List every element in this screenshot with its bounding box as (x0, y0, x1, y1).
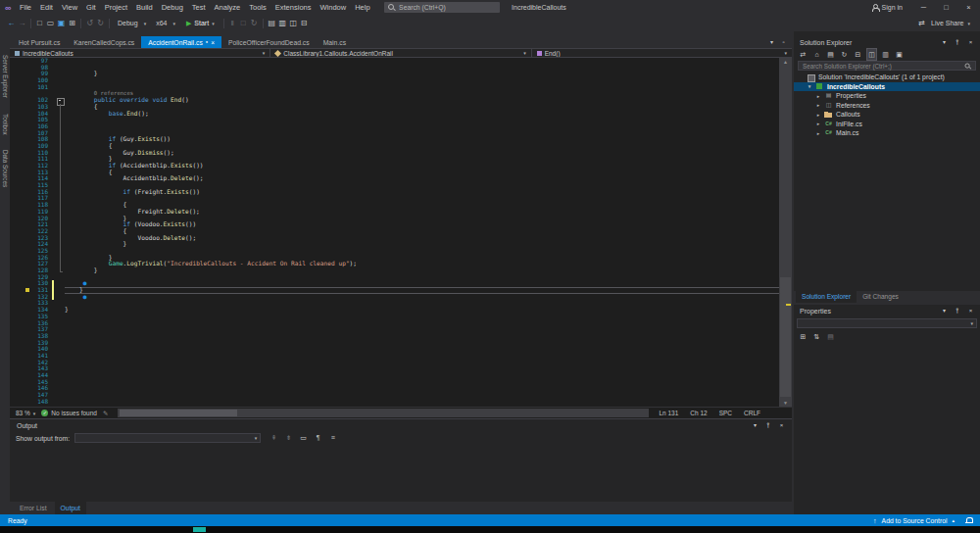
code-row[interactable]: 104 base.End(); (10, 111, 779, 118)
code-row[interactable]: 129 (10, 274, 779, 281)
member-dropdown[interactable]: End() ▾ (532, 49, 792, 57)
taskbar-app-indicator[interactable] (193, 527, 206, 532)
menu-item-project[interactable]: Project (100, 3, 131, 12)
edit-icon[interactable]: ✎ (103, 410, 108, 417)
platform-dropdown[interactable]: x64 ▾ (151, 20, 180, 26)
bookmark-icon[interactable]: ◫ (288, 16, 299, 31)
breakpoint-margin[interactable] (10, 90, 31, 97)
vertical-scrollbar[interactable]: ▲ ▼ (779, 58, 792, 407)
scroll-up-icon[interactable]: ▲ (779, 58, 792, 66)
scrollbar-thumb[interactable] (780, 277, 791, 397)
bottom-tab-output[interactable]: Output (55, 502, 86, 514)
breakpoint-margin[interactable] (10, 261, 31, 267)
breakpoint-margin[interactable] (10, 320, 31, 327)
breakpoint-margin[interactable] (10, 248, 31, 255)
breakpoint-margin[interactable] (10, 399, 31, 406)
tree-item-references[interactable]: ▸◫References (794, 101, 980, 111)
code-row[interactable]: 116 if (Freight.Exists()) (10, 189, 779, 196)
breakpoint-margin[interactable] (10, 111, 31, 118)
bottom-tab-error-list[interactable]: Error List (14, 502, 53, 514)
breakpoint-margin[interactable] (10, 392, 31, 399)
menu-item-test[interactable]: Test (187, 3, 210, 12)
breakpoint-margin[interactable] (10, 202, 31, 209)
breakpoint-margin[interactable] (10, 150, 31, 157)
minimize-button[interactable]: ─ (912, 0, 935, 15)
breakpoint-margin[interactable] (10, 287, 31, 294)
breakpoint-margin[interactable] (10, 117, 31, 123)
breakpoint-margin[interactable] (10, 84, 31, 91)
notifications-bell-icon[interactable] (965, 517, 972, 524)
code-row[interactable]: 128 } (10, 267, 779, 274)
side-tab-data-sources[interactable]: Data Sources (2, 150, 9, 187)
code-row[interactable]: 108 if (Guy.Exists()) (10, 136, 779, 143)
breakpoint-margin[interactable] (10, 346, 31, 353)
code-row[interactable]: 134} (10, 307, 779, 314)
code-editor[interactable]: 979899 }100101 0 references102 public ov… (10, 58, 792, 407)
pin-icon[interactable]: ⊸ (954, 308, 961, 314)
breakpoint-margin[interactable] (10, 255, 31, 262)
menu-item-tools[interactable]: Tools (245, 3, 271, 12)
code-row[interactable]: 132 ● (10, 294, 779, 301)
stop-icon[interactable]: □ (238, 16, 249, 31)
close-button[interactable]: × (957, 0, 980, 15)
redo-icon[interactable]: ↻ (95, 16, 106, 31)
breakpoint-margin[interactable] (10, 77, 31, 84)
alphabetical-icon[interactable]: ⇅ (812, 332, 821, 342)
breakpoint-margin[interactable] (10, 314, 31, 320)
output-source-dropdown[interactable]: ▾ (74, 433, 261, 443)
document-tab-karencalledcops-cs[interactable]: KarenCalledCops.cs (67, 36, 141, 48)
code-row[interactable]: 138 (10, 333, 779, 340)
menu-item-file[interactable]: File (15, 3, 35, 12)
zoom-control[interactable]: 83 % ▾ (16, 410, 35, 416)
code-row[interactable]: 97 (10, 58, 779, 65)
properties-object-dropdown[interactable]: ▾ (797, 318, 977, 328)
document-tab-hot-pursuit-cs[interactable]: Hot Pursuit.cs (12, 36, 67, 48)
break-all-icon[interactable]: ‖ (227, 16, 238, 31)
open-file-icon[interactable]: ▭ (45, 16, 56, 31)
breakpoint-margin[interactable] (10, 353, 31, 360)
scroll-down-icon[interactable]: ▼ (779, 399, 792, 407)
horizontal-scrollbar[interactable] (118, 409, 649, 417)
live-share-button[interactable]: Live Share (931, 20, 963, 26)
breakpoint-margin[interactable] (10, 228, 31, 235)
menu-item-window[interactable]: Window (316, 3, 351, 12)
close-tab-icon[interactable]: × (211, 39, 215, 46)
fold-collapse-icon[interactable] (55, 97, 65, 104)
breakpoint-margin[interactable] (10, 65, 31, 72)
breakpoint-margin[interactable] (10, 333, 31, 340)
code-row[interactable]: 142 (10, 360, 779, 366)
se-properties-icon[interactable]: ▥ (881, 49, 890, 60)
breakpoint-margin[interactable] (10, 209, 31, 216)
menu-item-debug[interactable]: Debug (157, 3, 187, 12)
breakpoint-margin[interactable] (10, 195, 31, 202)
show-all-files-icon[interactable]: ◫ (867, 49, 876, 60)
code-row[interactable]: 136 (10, 320, 779, 327)
tree-item-inifile-cs[interactable]: ▸C#IniFile.cs (794, 120, 980, 129)
code-row[interactable]: 147 (10, 392, 779, 399)
chevron-up-icon[interactable]: ▴ (952, 517, 955, 523)
project-dropdown[interactable]: IncredibleCallouts ▾ (10, 49, 270, 57)
preview-icon[interactable]: ▣ (895, 49, 904, 60)
code-row[interactable]: 124 } (10, 241, 779, 248)
code-row[interactable]: 127 Game.LogTrivial("IncredibleCallouts … (10, 261, 779, 267)
code-row[interactable]: 139 (10, 340, 779, 347)
breakpoint-margin[interactable] (10, 216, 31, 222)
nav-forward-icon[interactable]: → (17, 16, 27, 31)
clear-all-icon[interactable]: ▭ (299, 432, 308, 444)
breakpoint-margin[interactable] (10, 379, 31, 386)
chevron-collapsed-icon[interactable]: ▸ (815, 102, 821, 108)
window-menu-icon[interactable]: ▾ (941, 37, 948, 47)
code-row[interactable]: 143 (10, 365, 779, 372)
sign-in-button[interactable]: Sign in (871, 4, 903, 12)
code-row[interactable]: 106 (10, 123, 779, 130)
breakpoint-margin[interactable] (10, 326, 31, 333)
breakpoint-margin[interactable] (10, 58, 31, 65)
autoscroll-icon[interactable]: ≡ (328, 432, 337, 444)
code-row[interactable]: 114 Accidentblip.Delete(); (10, 175, 779, 182)
breakpoint-margin[interactable] (10, 163, 31, 170)
home-icon[interactable]: ⌂ (812, 49, 821, 60)
hscrollbar-thumb[interactable] (120, 410, 237, 416)
nav-back-icon[interactable]: ← (6, 16, 17, 31)
code-row[interactable]: 110 Guy.Dismiss(); (10, 150, 779, 157)
breakpoint-margin[interactable] (10, 280, 31, 287)
